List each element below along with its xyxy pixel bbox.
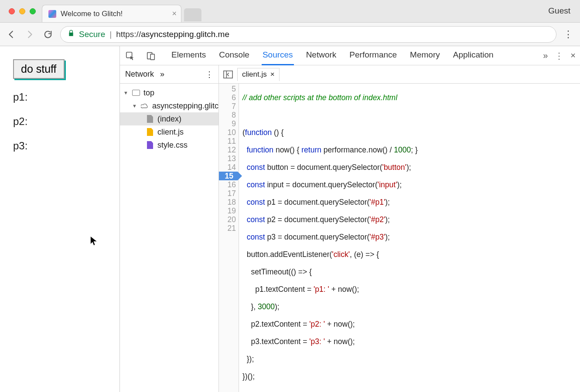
tree-file-stylecss[interactable]: style.css [120, 139, 218, 152]
devtools: Elements Console Sources Network Perform… [120, 46, 580, 392]
navigator-tabs: Network » ⋮ [120, 65, 218, 84]
tree-domain-label: asyncstepping.glitc [152, 101, 218, 111]
tab-network[interactable]: Network [305, 46, 338, 65]
address-bar[interactable]: Secure | https://asyncstepping.glitch.me [60, 26, 556, 43]
breakpoint-marker[interactable]: 15 [219, 172, 238, 180]
more-tabs-icon[interactable]: » [543, 51, 548, 61]
p3-text: p3: [13, 140, 106, 152]
browser-menu-button[interactable]: ⋮ [563, 29, 575, 40]
tree-file-index-label: (index) [157, 115, 181, 124]
tab-memory[interactable]: Memory [409, 46, 441, 65]
code-pane: client.js × 5 6 7 8 9 10 11 12 13 [219, 65, 580, 392]
tab-elements[interactable]: Elements [171, 46, 207, 65]
editor-tabstrip: client.js × [219, 65, 580, 84]
code-editor[interactable]: 5 6 7 8 9 10 11 12 13 14 15 16 17 18 [219, 84, 580, 392]
cursor-icon [90, 236, 98, 249]
browser-tabstrip: Welcome to Glitch! × Guest [0, 0, 580, 23]
devtools-menu-icon[interactable]: ⋮ [555, 51, 563, 61]
tree-file-stylecss-label: style.css [157, 141, 188, 150]
p2-text: p2: [13, 115, 106, 128]
svg-rect-3 [224, 71, 232, 78]
do-stuff-button[interactable]: do stuff [13, 59, 65, 79]
close-devtools-icon[interactable]: × [570, 51, 576, 61]
close-tab-icon[interactable]: × [172, 9, 177, 18]
tab-performance[interactable]: Performance [348, 46, 398, 65]
glitch-favicon-icon [48, 10, 56, 18]
lock-icon [68, 29, 75, 39]
back-button[interactable] [5, 28, 17, 41]
tab-console[interactable]: Console [218, 46, 250, 65]
devtools-toolbar: Elements Console Sources Network Perform… [120, 46, 580, 65]
navigator-tab-network[interactable]: Network [125, 70, 154, 79]
file-icon [146, 115, 154, 123]
css-file-icon [146, 141, 154, 149]
url-separator: | [109, 30, 112, 39]
tree-top[interactable]: ▼ top [120, 86, 218, 99]
close-editor-tab-icon[interactable]: × [270, 70, 275, 79]
new-tab-button[interactable] [184, 8, 201, 21]
tab-application[interactable]: Application [452, 46, 495, 65]
url-text: https://asyncstepping.glitch.me [116, 30, 229, 39]
window-traffic-lights [9, 8, 36, 14]
url-scheme: https:// [116, 30, 141, 39]
svg-rect-2 [150, 54, 154, 60]
forward-button [24, 28, 36, 41]
toggle-navigator-icon[interactable] [222, 69, 234, 80]
navigator-menu-icon[interactable]: ⋮ [205, 70, 213, 79]
url-host: asyncstepping.glitch.me [141, 30, 229, 39]
maximize-window-icon[interactable] [30, 8, 36, 14]
line-gutter[interactable]: 5 6 7 8 9 10 11 12 13 14 15 16 17 18 [219, 84, 239, 392]
tree-file-index[interactable]: (index) [120, 112, 218, 125]
tree-file-clientjs-label: client.js [157, 128, 184, 137]
tree-file-clientjs[interactable]: client.js [120, 125, 218, 139]
navigator-more-icon[interactable]: » [160, 70, 164, 79]
minimize-window-icon[interactable] [19, 8, 25, 14]
secure-label: Secure [79, 30, 105, 39]
browser-toolbar: Secure | https://asyncstepping.glitch.me… [0, 23, 580, 46]
editor-tab-label: client.js [242, 70, 267, 79]
code-body[interactable]: // add other scripts at the bottom of in… [239, 84, 580, 392]
sources-navigator: Network » ⋮ ▼ top ▼ asyncstepping.glitc [120, 65, 219, 392]
cloud-icon [141, 102, 149, 110]
file-tree: ▼ top ▼ asyncstepping.glitc (index) [120, 84, 218, 154]
device-toggle-icon[interactable] [145, 50, 157, 61]
tree-top-label: top [143, 88, 154, 98]
rendered-page: do stuff p1: p2: p3: [0, 46, 120, 392]
browser-tab[interactable]: Welcome to Glitch! × [42, 5, 181, 22]
tree-domain[interactable]: ▼ asyncstepping.glitc [120, 99, 218, 112]
editor-tab-clientjs[interactable]: client.js × [237, 68, 280, 81]
js-file-icon [146, 128, 154, 136]
tab-sources[interactable]: Sources [262, 46, 294, 65]
inspect-element-icon[interactable] [124, 50, 136, 61]
p1-text: p1: [13, 91, 106, 103]
devtools-tabs: Elements Console Sources Network Perform… [171, 46, 533, 65]
reload-button[interactable] [42, 28, 54, 41]
profile-label[interactable]: Guest [548, 6, 570, 16]
browser-tab-title: Welcome to Glitch! [61, 10, 123, 18]
close-window-icon[interactable] [9, 8, 15, 14]
